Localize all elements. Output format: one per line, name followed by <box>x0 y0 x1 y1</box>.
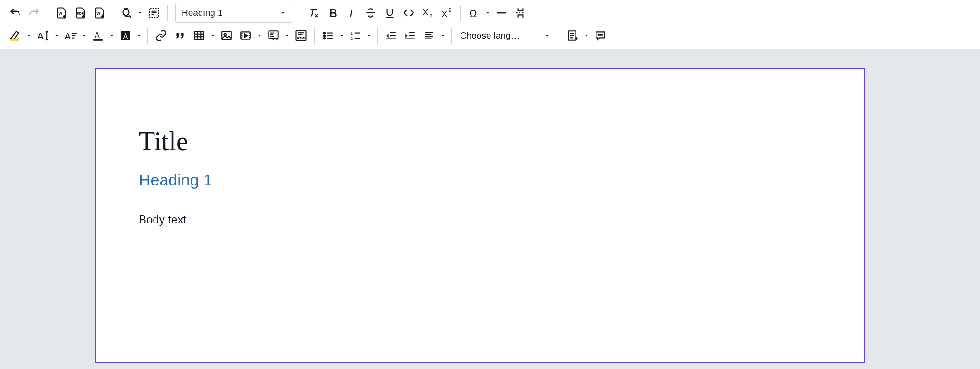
find-replace-button[interactable] <box>117 3 136 22</box>
numbered-list-button[interactable]: 12 <box>346 26 365 45</box>
svg-rect-33 <box>241 32 250 39</box>
image-button[interactable] <box>217 26 236 45</box>
superscript-button[interactable]: X2 <box>437 3 456 22</box>
media-dropdown[interactable] <box>255 26 264 45</box>
separator <box>314 28 315 44</box>
highlight-dropdown[interactable] <box>25 26 33 45</box>
find-replace-dropdown[interactable] <box>136 3 144 22</box>
special-char-dropdown[interactable] <box>483 3 492 22</box>
align-icon <box>423 29 435 42</box>
html-embed-button[interactable]: HTML <box>291 26 310 45</box>
document-page[interactable]: Title Heading 1 Body text <box>95 68 865 363</box>
page-break-icon <box>514 7 527 19</box>
svg-rect-16 <box>10 39 19 41</box>
italic-button[interactable]: I <box>342 3 361 22</box>
separator <box>451 28 452 44</box>
export-pdf-button[interactable]: PDF <box>71 3 90 22</box>
code-icon <box>403 7 415 19</box>
svg-point-73 <box>600 34 601 35</box>
bg-color-button[interactable]: A <box>116 26 135 45</box>
link-button[interactable] <box>152 26 171 45</box>
undo-icon <box>9 7 21 19</box>
separator <box>300 5 300 21</box>
select-all-button[interactable] <box>144 3 163 22</box>
clear-formatting-button[interactable] <box>304 3 323 22</box>
table-button[interactable] <box>190 26 209 45</box>
svg-text:W: W <box>58 11 62 16</box>
special-char-button[interactable]: Ω <box>464 3 483 22</box>
svg-text:2: 2 <box>429 13 432 19</box>
heading-select-value: Heading 1 <box>182 8 223 18</box>
toolbar-row-2: A A A A <box>6 25 974 47</box>
svg-text:I: I <box>349 7 354 19</box>
table-icon <box>193 29 205 42</box>
svg-rect-4 <box>149 8 159 18</box>
horizontal-rule-button[interactable] <box>492 3 511 22</box>
track-changes-button[interactable] <box>563 26 582 45</box>
font-size-button[interactable]: A <box>61 26 80 45</box>
export-word-button[interactable]: W <box>90 3 109 22</box>
track-changes-dropdown[interactable] <box>582 26 591 45</box>
separator <box>167 5 168 21</box>
numbered-list-dropdown[interactable] <box>365 26 374 45</box>
quote-icon <box>174 29 186 42</box>
separator <box>460 5 461 21</box>
strikethrough-button[interactable] <box>361 3 380 22</box>
page-break-button[interactable] <box>511 3 530 22</box>
html-icon: HTML <box>294 29 307 42</box>
bulleted-list-button[interactable] <box>318 26 337 45</box>
underline-button[interactable] <box>380 3 399 22</box>
outdent-button[interactable] <box>382 26 401 45</box>
blockquote-button[interactable] <box>171 26 190 45</box>
language-select[interactable]: Choose lang… <box>455 26 555 45</box>
redo-button[interactable] <box>25 3 44 22</box>
indent-button[interactable] <box>401 26 420 45</box>
undo-button[interactable] <box>6 3 25 22</box>
subscript-icon: X2 <box>422 7 434 19</box>
comment-icon <box>594 29 606 42</box>
font-color-dropdown[interactable] <box>107 26 116 45</box>
code-block-dropdown[interactable] <box>283 26 291 45</box>
import-word-icon: W <box>55 6 68 19</box>
export-pdf-icon: PDF <box>74 6 87 19</box>
svg-text:2: 2 <box>448 7 451 13</box>
align-button[interactable] <box>420 26 439 45</box>
code-block-button[interactable] <box>264 26 283 45</box>
font-color-button[interactable]: A <box>88 26 107 45</box>
toolbar: W PDF W Heading 1 B <box>0 0 980 49</box>
svg-text:A: A <box>37 30 44 41</box>
comment-button[interactable] <box>591 26 610 45</box>
horizontal-rule-icon <box>495 7 508 19</box>
svg-text:A: A <box>64 30 71 41</box>
separator <box>534 5 534 21</box>
highlight-icon <box>9 29 21 42</box>
heading-select[interactable]: Heading 1 <box>175 3 292 23</box>
bg-color-dropdown[interactable] <box>135 26 144 45</box>
code-button[interactable] <box>399 3 418 22</box>
bold-button[interactable]: B <box>323 3 342 22</box>
subscript-button[interactable]: X2 <box>418 3 437 22</box>
media-button[interactable] <box>236 26 255 45</box>
bold-icon: B <box>327 7 339 19</box>
language-select-value: Choose lang… <box>460 30 520 41</box>
import-word-button[interactable]: W <box>52 3 71 22</box>
document-body-text[interactable]: Body text <box>139 213 821 226</box>
svg-text:HTML: HTML <box>297 37 307 40</box>
line-height-button[interactable]: A <box>33 26 52 45</box>
svg-point-49 <box>324 35 325 36</box>
image-icon <box>221 29 233 42</box>
svg-text:Ω: Ω <box>469 8 477 19</box>
toolbar-row-1: W PDF W Heading 1 B <box>6 2 974 24</box>
highlight-button[interactable] <box>6 26 25 45</box>
select-all-icon <box>148 7 160 19</box>
document-title[interactable]: Title <box>139 126 821 156</box>
document-heading-1[interactable]: Heading 1 <box>139 171 821 189</box>
font-size-dropdown[interactable] <box>80 26 88 45</box>
bulleted-list-dropdown[interactable] <box>337 26 346 45</box>
font-color-icon: A <box>92 29 104 42</box>
align-dropdown[interactable] <box>439 26 447 45</box>
line-height-dropdown[interactable] <box>52 26 61 45</box>
separator <box>113 5 113 21</box>
table-dropdown[interactable] <box>209 26 217 45</box>
svg-text:2: 2 <box>350 36 353 41</box>
